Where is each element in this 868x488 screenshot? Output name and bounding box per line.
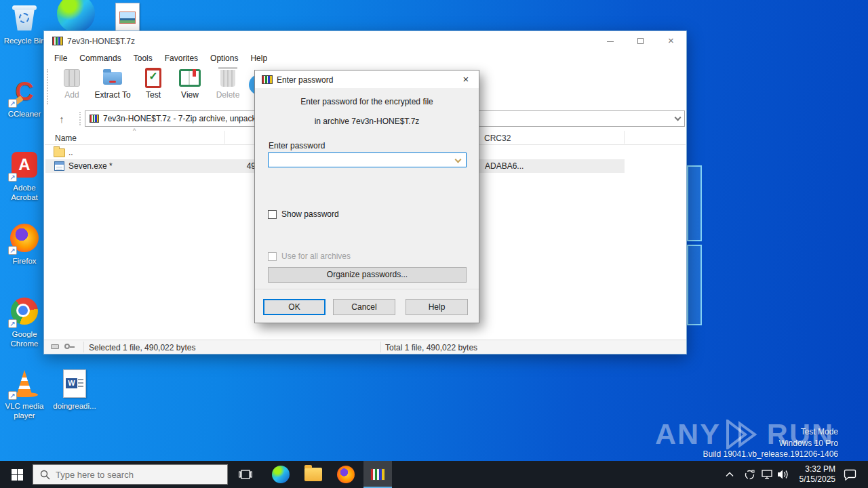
- vm-build: Build 19041.vb_release.191206-1406: [703, 449, 839, 460]
- dialog-message-line2: in archive 7ev3n-HONE$T.7z: [255, 117, 479, 126]
- taskbar-search[interactable]: [33, 464, 228, 485]
- desktop-icon-label: VLC media player: [2, 401, 47, 420]
- file-crc32: ADABA6...: [485, 161, 524, 171]
- key-status-icon: [64, 344, 70, 349]
- menu-commands[interactable]: Commands: [73, 52, 127, 66]
- extract-folder-icon: [102, 67, 123, 89]
- edge-desktop-icon[interactable]: [57, 0, 95, 33]
- exe-file-icon: [54, 161, 64, 171]
- dialog-close-icon[interactable]: ×: [453, 70, 479, 88]
- column-separator[interactable]: [224, 131, 225, 144]
- show-password-checkbox[interactable]: [268, 210, 277, 219]
- window-title: 7ev3n-HONE$T.7z: [67, 37, 135, 46]
- tray-network-button[interactable]: [758, 461, 776, 488]
- password-input-label: Enter password: [269, 141, 325, 150]
- statusbar-separator: [83, 342, 84, 352]
- dialog-divider: [255, 289, 479, 289]
- dialog-titlebar[interactable]: Enter password ×: [255, 70, 479, 88]
- taskbar-clock[interactable]: 3:32 PM 5/15/2025: [792, 461, 835, 488]
- sort-ascending-icon: ^: [133, 127, 136, 134]
- desktop-icon-label: Google Chrome: [3, 329, 45, 348]
- desktop-icon-vlc[interactable]: ↗ VLC media player: [0, 369, 49, 420]
- organize-passwords-button[interactable]: Organize passwords...: [268, 267, 467, 283]
- start-button[interactable]: [4, 461, 30, 488]
- window-titlebar[interactable]: 7ev3n-HONE$T.7z ×: [44, 31, 686, 52]
- shortcut-arrow-icon: ↗: [8, 391, 17, 400]
- column-header-name[interactable]: Name: [55, 134, 77, 143]
- desktop-icon-recycle-bin[interactable]: Recycle Bin: [0, 3, 49, 45]
- image-thumbnail: [119, 12, 136, 24]
- vm-info-overlay: Test Mode Windows 10 Pro Build 19041.vb_…: [703, 426, 839, 460]
- taskbar-edge-button[interactable]: [269, 461, 293, 488]
- dialog-message-line1: Enter password for the encrypted file: [255, 97, 479, 106]
- up-one-level-button[interactable]: ↑: [50, 111, 74, 127]
- action-center-button[interactable]: [840, 461, 860, 488]
- enter-password-dialog: Enter password × Enter password for the …: [254, 70, 479, 323]
- toolbar-delete-button: Delete: [208, 67, 248, 100]
- cancel-button[interactable]: Cancel: [333, 299, 395, 315]
- folder-icon: [54, 148, 65, 157]
- menu-file[interactable]: File: [48, 52, 73, 66]
- toolbar-test-button[interactable]: ✓ Test: [134, 67, 173, 100]
- password-combobox[interactable]: [268, 152, 467, 167]
- toolbar-extract-button[interactable]: Extract To: [93, 67, 132, 100]
- use-for-all-checkbox: [268, 252, 277, 261]
- help-button[interactable]: Help: [406, 299, 468, 315]
- chevron-down-icon[interactable]: [455, 157, 462, 163]
- file-explorer-icon: [304, 468, 322, 481]
- 7zip-file-icon: [90, 115, 99, 123]
- chevron-up-icon: [726, 472, 734, 477]
- chevron-down-icon[interactable]: [675, 115, 682, 121]
- taskbar-firefox-button[interactable]: [334, 461, 358, 488]
- desktop-icon-ccleaner[interactable]: C↗ CCleaner: [0, 77, 49, 119]
- toolbar-view-button[interactable]: View: [170, 67, 210, 100]
- vm-os: Windows 10 Pro: [703, 438, 839, 449]
- use-for-all-label: Use for all archives: [281, 251, 351, 261]
- vlc-icon: [14, 369, 35, 394]
- maximize-button[interactable]: [625, 31, 656, 52]
- image-file-icon[interactable]: [115, 3, 140, 33]
- ok-button[interactable]: OK: [263, 299, 326, 315]
- search-input[interactable]: [56, 470, 205, 480]
- close-button[interactable]: ×: [656, 31, 686, 52]
- desktop-icon-adobe-acrobat[interactable]: A↗ Adobe Acrobat: [0, 150, 49, 202]
- shortcut-arrow-icon: ↗: [8, 246, 17, 255]
- show-password-label: Show password: [281, 209, 339, 219]
- desktop-icon-doingreadi-doc[interactable]: W doingreadi...: [50, 369, 99, 411]
- desktop-icon-firefox[interactable]: ↗ Firefox: [0, 224, 49, 266]
- password-input[interactable]: [270, 154, 450, 166]
- menu-tools[interactable]: Tools: [127, 52, 159, 66]
- menu-options[interactable]: Options: [204, 52, 244, 66]
- tray-expand-button[interactable]: [722, 461, 738, 488]
- task-view-button[interactable]: [233, 461, 258, 488]
- taskbar: 3:32 PM 5/15/2025: [0, 461, 868, 488]
- taskbar-7zip-button-active[interactable]: [363, 461, 392, 488]
- menu-bar: File Commands Tools Favorites Options He…: [48, 52, 273, 66]
- word-doc-icon: W: [63, 369, 86, 398]
- menu-help[interactable]: Help: [244, 52, 273, 66]
- shortcut-arrow-icon: ↗: [8, 173, 17, 182]
- view-book-icon: [179, 67, 201, 89]
- edge-icon: [272, 466, 290, 483]
- task-view-icon: [239, 469, 252, 480]
- taskbar-explorer-button[interactable]: [301, 461, 326, 488]
- vm-mode: Test Mode: [703, 426, 839, 438]
- wallpaper-pane: [687, 245, 702, 325]
- desktop-icon-label: Firefox: [0, 256, 49, 266]
- minimize-button[interactable]: [595, 31, 625, 52]
- dialog-title: Enter password: [277, 75, 333, 85]
- delete-trash-icon: [217, 67, 239, 89]
- show-password-row[interactable]: Show password: [268, 209, 339, 219]
- desktop-icon-google-chrome[interactable]: ↗ Google Chrome: [0, 297, 49, 348]
- toolbar-gripper: [47, 69, 48, 104]
- desktop: Recycle Bin C↗ CCleaner A↗ Adobe Acrobat…: [0, 0, 868, 488]
- tray-volume-button[interactable]: [774, 461, 792, 488]
- menu-favorites[interactable]: Favorites: [159, 52, 204, 66]
- addressbar-gripper: [79, 112, 81, 125]
- tray-agent-button[interactable]: [741, 461, 758, 488]
- desktop-icon-label: Recycle Bin: [0, 36, 49, 45]
- desktop-icon-label: doingreadi...: [50, 401, 99, 411]
- column-header-crc32[interactable]: CRC32: [484, 134, 511, 143]
- column-separator[interactable]: [624, 131, 625, 144]
- tray-circle-icon: [744, 469, 755, 481]
